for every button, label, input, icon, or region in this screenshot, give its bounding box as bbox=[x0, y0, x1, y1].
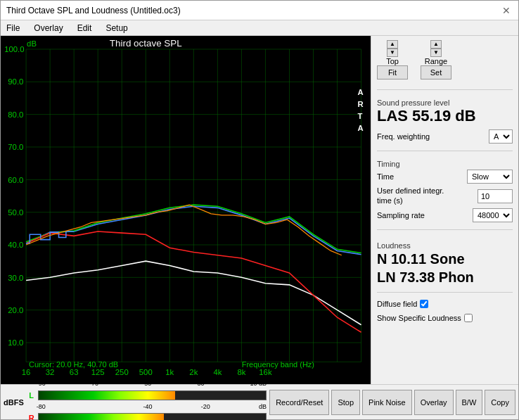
range-down-button[interactable]: ▼ bbox=[430, 49, 442, 57]
sampling-rate-select[interactable]: 44100 48000 96000 bbox=[473, 208, 513, 222]
window-title: Third Octave SPL and Loudness (Untitled.… bbox=[6, 6, 181, 15]
range-label: Range bbox=[425, 57, 447, 65]
meter-ticks-bottom: -80 -40 -20 dB bbox=[27, 403, 267, 410]
freq-weighting-label: Freq. weighting bbox=[377, 132, 430, 141]
svg-text:32: 32 bbox=[46, 368, 55, 376]
svg-text:250: 250 bbox=[115, 368, 129, 376]
divider-4 bbox=[377, 292, 513, 293]
tick-minus40: -40 bbox=[143, 403, 152, 410]
main-window: Third Octave SPL and Loudness (Untitled.… bbox=[0, 0, 519, 420]
svg-text:10.0: 10.0 bbox=[8, 338, 23, 347]
spl-value: LAS 55.19 dB bbox=[377, 107, 513, 125]
user-integr-input[interactable]: 10 bbox=[478, 189, 513, 203]
show-specific-loudness-label: Show Specific Loudness bbox=[377, 314, 461, 322]
divider-2 bbox=[377, 151, 513, 151]
svg-text:500: 500 bbox=[139, 368, 153, 376]
freq-band-label: Frequency band (Hz) bbox=[242, 360, 314, 369]
sampling-rate-label: Sampling rate bbox=[377, 211, 425, 219]
tick-minus20: -20 bbox=[201, 403, 210, 410]
side-panel: ▲ ▼ Top Fit ▲ ▼ Range Set bbox=[371, 36, 518, 384]
stop-button[interactable]: Stop bbox=[331, 390, 360, 415]
cursor-text: Cursor: 20.0 Hz, 40.70 dB bbox=[29, 360, 118, 369]
copy-button[interactable]: Copy bbox=[485, 390, 515, 415]
diffuse-field-row: Diffuse field bbox=[377, 300, 513, 308]
svg-text:dB: dB bbox=[27, 39, 37, 48]
right-channel-label: R bbox=[27, 414, 37, 420]
left-meter-row: L bbox=[27, 389, 267, 402]
svg-text:50.0: 50.0 bbox=[8, 208, 23, 217]
chart-svg: 100.0 90.0 80.0 70.0 60.0 50.0 40.0 30.0… bbox=[1, 36, 371, 384]
diffuse-field-label: Diffuse field bbox=[377, 300, 417, 308]
fit-button[interactable]: Fit bbox=[377, 65, 408, 79]
time-label: Time bbox=[377, 172, 394, 181]
set-button[interactable]: Set bbox=[421, 65, 451, 79]
svg-text:A: A bbox=[357, 124, 363, 132]
show-specific-loudness-row: Show Specific Loudness bbox=[377, 314, 513, 322]
left-meter-fill bbox=[39, 391, 175, 400]
overlay-button[interactable]: Overlay bbox=[414, 390, 454, 415]
divider-1 bbox=[377, 89, 513, 90]
timing-section-label: Timing bbox=[377, 160, 513, 168]
chart-area: 100.0 90.0 80.0 70.0 60.0 50.0 40.0 30.0… bbox=[1, 36, 371, 384]
diffuse-field-checkbox[interactable] bbox=[420, 300, 428, 308]
top-spin-pair: ▲ ▼ bbox=[387, 40, 398, 57]
loudness-section-label: Loudness bbox=[377, 241, 513, 250]
svg-text:90.0: 90.0 bbox=[8, 77, 23, 86]
show-specific-loudness-checkbox[interactable] bbox=[464, 314, 473, 322]
top-label: Top bbox=[386, 57, 399, 65]
svg-text:30.0: 30.0 bbox=[8, 273, 23, 281]
left-channel-label: L bbox=[27, 391, 37, 400]
title-bar: Third Octave SPL and Loudness (Untitled.… bbox=[1, 1, 518, 20]
right-meter-row: R bbox=[27, 412, 267, 420]
svg-text:T: T bbox=[357, 112, 362, 120]
spl-section: Sound pressure level LAS 55.19 dB bbox=[377, 96, 513, 125]
top-down-button[interactable]: ▼ bbox=[387, 49, 398, 57]
menu-setup[interactable]: Setup bbox=[103, 22, 130, 34]
svg-rect-0 bbox=[1, 36, 371, 384]
bottom-bar: dBFS -90 -70 -50 -30 -10 dB L -80 bbox=[1, 384, 518, 419]
range-up-button[interactable]: ▲ bbox=[430, 40, 442, 49]
close-button[interactable]: ✕ bbox=[500, 4, 513, 17]
spl-section-label: Sound pressure level bbox=[377, 98, 513, 107]
freq-weighting-select[interactable]: A B C Z bbox=[489, 129, 513, 144]
set-control: Set bbox=[421, 65, 451, 79]
left-meter-bar bbox=[38, 390, 267, 400]
record-reset-button[interactable]: Record/Reset bbox=[269, 390, 329, 415]
svg-text:A: A bbox=[357, 88, 363, 96]
svg-text:Third octave SPL: Third octave SPL bbox=[110, 38, 182, 49]
time-row: Time Fast Slow Impulse bbox=[377, 170, 513, 184]
svg-text:16k: 16k bbox=[259, 368, 272, 376]
user-integr-label: User defined integr. time (s) bbox=[377, 186, 447, 205]
range-spin-pair: ▲ ▼ bbox=[430, 40, 442, 57]
pink-noise-button[interactable]: Pink Noise bbox=[362, 390, 412, 415]
svg-text:63: 63 bbox=[70, 368, 79, 376]
bw-button[interactable]: B/W bbox=[456, 390, 483, 415]
menu-file[interactable]: File bbox=[4, 22, 23, 34]
menu-edit[interactable]: Edit bbox=[75, 22, 95, 34]
svg-text:80.0: 80.0 bbox=[8, 110, 23, 119]
svg-text:8k: 8k bbox=[237, 368, 245, 376]
loudness-n-value: N 10.11 Sone bbox=[377, 250, 513, 268]
time-select[interactable]: Fast Slow Impulse bbox=[467, 170, 513, 184]
top-up-button[interactable]: ▲ bbox=[387, 40, 398, 49]
user-integr-row: User defined integr. time (s) 10 bbox=[377, 186, 513, 205]
svg-text:100.0: 100.0 bbox=[4, 45, 24, 53]
dbfs-label: dBFS bbox=[4, 398, 24, 407]
right-meter-bar bbox=[38, 413, 267, 420]
bottom-buttons: Record/Reset Stop Pink Noise Overlay B/W… bbox=[267, 390, 515, 415]
svg-text:20.0: 20.0 bbox=[8, 306, 23, 314]
svg-text:1k: 1k bbox=[165, 368, 174, 376]
svg-text:40.0: 40.0 bbox=[8, 241, 23, 249]
tick-minus80: -80 bbox=[37, 403, 46, 410]
menu-overlay[interactable]: Overlay bbox=[31, 22, 65, 34]
svg-text:60.0: 60.0 bbox=[8, 175, 23, 184]
right-meter-fill bbox=[39, 414, 164, 420]
svg-text:125: 125 bbox=[91, 368, 105, 376]
svg-text:70.0: 70.0 bbox=[8, 143, 23, 151]
range-control-group: ▲ ▼ Range Set bbox=[421, 40, 451, 79]
main-content: 100.0 90.0 80.0 70.0 60.0 50.0 40.0 30.0… bbox=[1, 36, 518, 384]
tick-db: dB bbox=[259, 403, 267, 410]
svg-text:16: 16 bbox=[22, 368, 31, 376]
svg-text:R: R bbox=[357, 100, 364, 108]
top-range-controls: ▲ ▼ Top Fit ▲ ▼ Range Set bbox=[377, 40, 513, 79]
